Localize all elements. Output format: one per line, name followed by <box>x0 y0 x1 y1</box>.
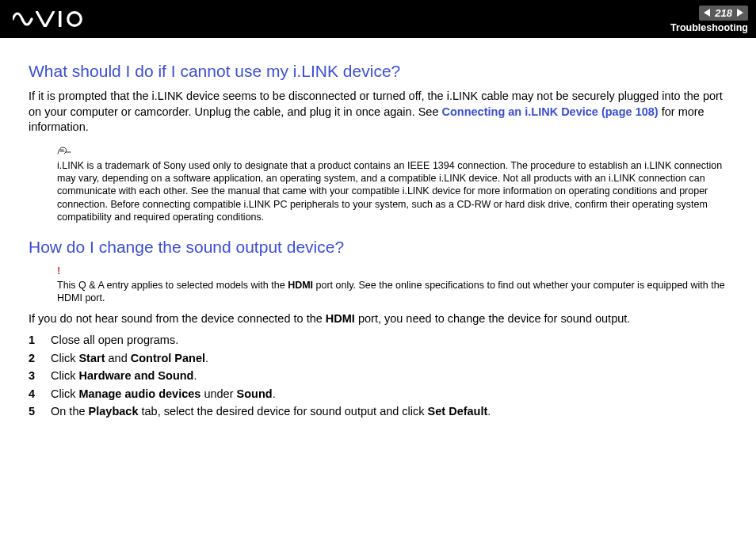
q2-body-post: port, you need to change the device for … <box>355 312 630 325</box>
step-num: 4 <box>29 385 51 402</box>
step-item: 4 Click Manage audio devices under Sound… <box>29 385 727 402</box>
step-num: 1 <box>29 331 51 349</box>
header-bar: 218 Troubleshooting <box>0 0 756 38</box>
warning-block: ! This Q & A entry applies to selected m… <box>57 265 727 304</box>
question-1-title: What should I do if I cannot use my i.LI… <box>29 62 727 81</box>
note-block: i.LINK is a trademark of Sony used only … <box>57 145 727 224</box>
next-page-icon[interactable] <box>737 9 743 17</box>
step-text: Click Hardware and Sound. <box>51 367 197 384</box>
q2-body-pre: If you do not hear sound from the device… <box>29 312 326 325</box>
question-1-body: If it is prompted that the i.LINK device… <box>29 89 727 135</box>
page-number: 218 <box>715 7 732 19</box>
step-item: 3 Click Hardware and Sound. <box>29 367 727 384</box>
section-label: Troubleshooting <box>670 22 748 33</box>
question-2-body: If you do not hear sound from the device… <box>29 311 727 327</box>
warn-bold: HDMI <box>288 280 313 291</box>
svg-point-1 <box>68 13 82 26</box>
step-num: 5 <box>29 402 51 420</box>
step-item: 1 Close all open programs. <box>29 331 727 349</box>
step-text: Close all open programs. <box>51 331 178 349</box>
note-text: i.LINK is a trademark of Sony used only … <box>57 160 722 223</box>
question-2-title: How do I change the sound output device? <box>29 238 727 257</box>
vaio-logo <box>13 11 86 27</box>
svg-rect-0 <box>59 11 62 27</box>
step-item: 5 On the Playback tab, select the desire… <box>29 402 727 420</box>
warning-icon: ! <box>57 265 727 278</box>
content-area: What should I do if I cannot use my i.LI… <box>0 38 756 420</box>
note-icon <box>57 145 727 158</box>
header-right: 218 Troubleshooting <box>670 6 748 33</box>
step-text: Click Manage audio devices under Sound. <box>51 385 276 402</box>
warn-pre: This Q & A entry applies to selected mod… <box>57 280 288 291</box>
step-num: 3 <box>29 367 51 384</box>
step-num: 2 <box>29 349 51 367</box>
prev-page-icon[interactable] <box>704 9 710 17</box>
ilink-device-link[interactable]: Connecting an i.LINK Device (page 108) <box>442 105 659 118</box>
q2-body-bold: HDMI <box>326 312 355 325</box>
step-item: 2 Click Start and Control Panel. <box>29 349 727 367</box>
step-text: On the Playback tab, select the desired … <box>51 402 491 420</box>
vaio-logo-icon <box>13 11 86 27</box>
page-number-box[interactable]: 218 <box>699 6 748 21</box>
steps-list: 1 Close all open programs. 2 Click Start… <box>29 331 727 420</box>
step-text: Click Start and Control Panel. <box>51 349 208 367</box>
